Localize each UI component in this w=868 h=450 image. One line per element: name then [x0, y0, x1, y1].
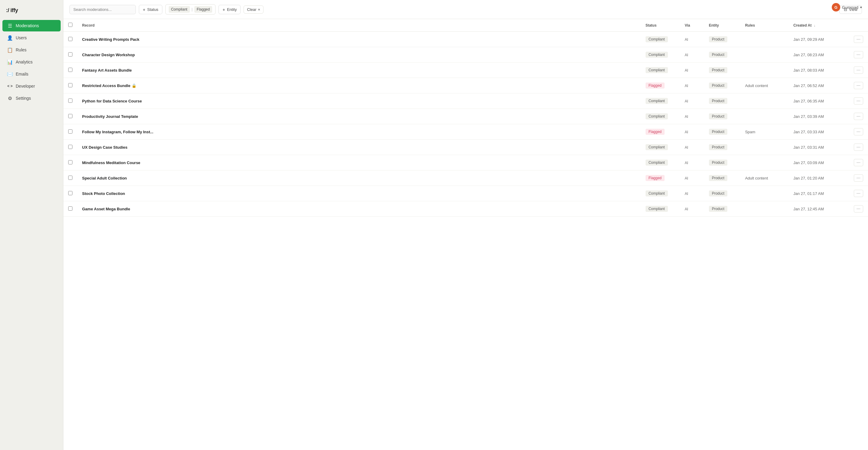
- entity-cell: Product: [704, 93, 740, 109]
- rules-value: Adult content: [745, 176, 768, 180]
- entity-label: Entity: [227, 7, 237, 12]
- close-icon: ×: [258, 7, 260, 12]
- col-checkbox: [63, 19, 77, 32]
- record-name[interactable]: Game Asset Mega Bundle: [82, 207, 130, 211]
- record-name[interactable]: Creative Writing Prompts Pack: [82, 37, 140, 42]
- via-cell: AI: [680, 201, 704, 217]
- table-row: Game Asset Mega Bundle Compliant AI Prod…: [63, 201, 868, 217]
- sidebar-item-settings[interactable]: ⚙ Settings: [2, 92, 61, 104]
- record-cell: UX Design Case Studies: [77, 140, 641, 155]
- record-name[interactable]: Stock Photo Collection: [82, 191, 125, 196]
- col-rules-header[interactable]: Rules: [740, 19, 788, 32]
- record-name[interactable]: Productivity Journal Template: [82, 114, 138, 119]
- user-name: Gumroad: [842, 5, 858, 10]
- row-checkbox[interactable]: [68, 129, 72, 134]
- sidebar-item-developer[interactable]: < > Developer: [2, 80, 61, 92]
- row-actions-button[interactable]: ···: [854, 174, 863, 181]
- col-created-header[interactable]: Created At ↓: [788, 19, 849, 32]
- sidebar-item-analytics[interactable]: 📊 Analytics: [2, 56, 61, 68]
- rules-icon: 📋: [7, 47, 13, 53]
- created-cell: Jan 27, 06:35 AM: [788, 93, 849, 109]
- row-actions-button[interactable]: ···: [854, 159, 863, 166]
- clear-button[interactable]: Clear ×: [244, 5, 264, 13]
- rules-cell: Adult content: [740, 170, 788, 186]
- record-name[interactable]: Follow My Instagram, Follow My Inst...: [82, 130, 153, 134]
- record-name[interactable]: Restricted Access Bundle 🔒: [82, 83, 136, 88]
- row-checkbox[interactable]: [68, 68, 72, 72]
- row-checkbox[interactable]: [68, 206, 72, 210]
- row-checkbox[interactable]: [68, 83, 72, 87]
- rules-cell: [740, 32, 788, 47]
- row-checkbox-cell: [63, 93, 77, 109]
- moderations-icon: ☰: [7, 23, 13, 28]
- via-cell: AI: [680, 124, 704, 140]
- clear-label: Clear: [247, 7, 256, 12]
- col-record-header[interactable]: Record: [77, 19, 641, 32]
- status-filter-button[interactable]: + Status: [139, 5, 162, 14]
- row-checkbox-cell: [63, 140, 77, 155]
- created-cell: Jan 27, 01:17 AM: [788, 186, 849, 201]
- entity-cell: Product: [704, 47, 740, 62]
- compliant-tag[interactable]: Compliant: [169, 6, 190, 13]
- row-checkbox[interactable]: [68, 52, 72, 57]
- row-actions-button[interactable]: ···: [854, 128, 863, 135]
- col-via-header[interactable]: Via: [680, 19, 704, 32]
- row-actions-button[interactable]: ···: [854, 97, 863, 105]
- row-checkbox[interactable]: [68, 114, 72, 118]
- rules-cell: [740, 47, 788, 62]
- row-checkbox[interactable]: [68, 145, 72, 149]
- row-actions-button[interactable]: ···: [854, 144, 863, 151]
- status-badge: Compliant: [646, 52, 668, 58]
- record-name[interactable]: UX Design Case Studies: [82, 145, 127, 149]
- row-actions-button[interactable]: ···: [854, 113, 863, 120]
- row-checkbox-cell: [63, 47, 77, 62]
- record-name[interactable]: Mindfulness Meditation Course: [82, 161, 140, 165]
- sidebar-item-label: Moderations: [16, 23, 39, 28]
- created-value: Jan 27, 12:45 AM: [794, 207, 824, 211]
- sidebar-item-rules[interactable]: 📋 Rules: [2, 44, 61, 56]
- status-badge: Compliant: [646, 144, 668, 150]
- status-badge: Compliant: [646, 206, 668, 212]
- row-checkbox-cell: [63, 32, 77, 47]
- sidebar-item-emails[interactable]: ✉️ Emails: [2, 68, 61, 80]
- row-checkbox[interactable]: [68, 191, 72, 195]
- col-entity-header[interactable]: Entity: [704, 19, 740, 32]
- col-status-header[interactable]: Status: [641, 19, 680, 32]
- row-checkbox[interactable]: [68, 176, 72, 180]
- flagged-tag[interactable]: Flagged: [194, 6, 212, 13]
- record-name[interactable]: Python for Data Science Course: [82, 99, 142, 103]
- status-cell: Compliant: [641, 62, 680, 78]
- entity-filter-button[interactable]: + Entity: [218, 5, 241, 14]
- table-row: Follow My Instagram, Follow My Inst... F…: [63, 124, 868, 140]
- created-value: Jan 27, 08:03 AM: [794, 68, 824, 73]
- topbar: + Status Compliant | Flagged + Entity Cl…: [63, 0, 868, 19]
- row-checkbox[interactable]: [68, 37, 72, 41]
- row-actions-button[interactable]: ···: [854, 36, 863, 43]
- record-name[interactable]: Fantasy Art Assets Bundle: [82, 68, 132, 73]
- via-cell: AI: [680, 47, 704, 62]
- record-cell: Follow My Instagram, Follow My Inst...: [77, 124, 641, 140]
- sidebar-item-moderations[interactable]: ☰ Moderations: [2, 20, 61, 31]
- search-input[interactable]: [69, 5, 136, 14]
- record-name[interactable]: Character Design Workshop: [82, 53, 135, 57]
- rules-cell: [740, 140, 788, 155]
- sort-icon: ↓: [814, 24, 815, 27]
- entity-badge: Product: [709, 144, 727, 150]
- via-cell: AI: [680, 186, 704, 201]
- row-actions-button[interactable]: ···: [854, 66, 863, 74]
- row-actions-button[interactable]: ···: [854, 190, 863, 197]
- via-value: AI: [685, 84, 688, 88]
- app-logo: :/ iffy: [0, 5, 63, 20]
- row-checkbox[interactable]: [68, 160, 72, 164]
- row-checkbox[interactable]: [68, 99, 72, 103]
- row-actions-button[interactable]: ···: [854, 51, 863, 58]
- created-value: Jan 27, 06:35 AM: [794, 99, 824, 103]
- user-menu[interactable]: G Gumroad ▾: [832, 3, 862, 11]
- row-actions-button[interactable]: ···: [854, 82, 863, 89]
- sidebar-item-users[interactable]: 👤 Users: [2, 32, 61, 44]
- created-cell: Jan 27, 03:31 AM: [788, 140, 849, 155]
- record-name[interactable]: Special Adult Collection: [82, 176, 127, 180]
- select-all-checkbox[interactable]: [68, 23, 72, 27]
- row-actions-button[interactable]: ···: [854, 205, 863, 213]
- status-filter-group: Compliant | Flagged: [165, 4, 216, 15]
